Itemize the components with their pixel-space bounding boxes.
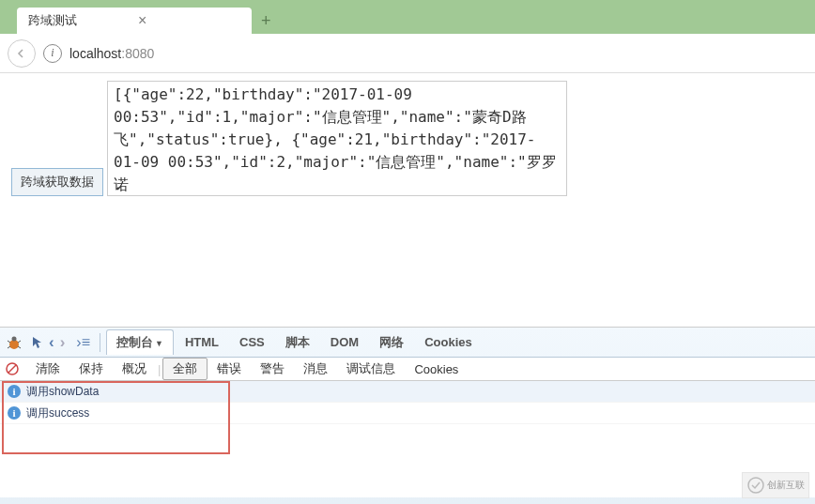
cross-origin-fetch-button[interactable]: 跨域获取数据 bbox=[11, 168, 103, 196]
console-row[interactable]: i 调用showData bbox=[0, 381, 815, 403]
subbar-profile[interactable]: 概况 bbox=[113, 359, 156, 379]
svg-line-4 bbox=[8, 346, 10, 348]
toolbar-separator: | bbox=[158, 362, 161, 376]
svg-line-3 bbox=[18, 341, 21, 343]
console-row[interactable]: i 调用success bbox=[0, 403, 815, 424]
svg-line-2 bbox=[8, 341, 10, 343]
watermark: 创新互联 bbox=[742, 472, 809, 498]
back-button[interactable] bbox=[8, 39, 36, 68]
subbar-persist[interactable]: 保持 bbox=[69, 359, 113, 379]
page-content: 跨域获取数据 [{"age":22,"birthday":"2017-01-09… bbox=[0, 73, 815, 204]
svg-point-1 bbox=[12, 336, 17, 341]
svg-point-8 bbox=[748, 478, 763, 493]
tab-dom[interactable]: DOM bbox=[321, 331, 368, 353]
console-message: 调用success bbox=[26, 405, 89, 421]
subbar-debug[interactable]: 调试信息 bbox=[337, 359, 405, 379]
svg-line-7 bbox=[8, 365, 16, 373]
console-subbar: 清除 保持 概况 | 全部 错误 警告 消息 调试信息 Cookies bbox=[0, 358, 815, 381]
new-tab-button[interactable]: + bbox=[252, 8, 281, 34]
tab-title: 跨域测试 bbox=[28, 12, 77, 29]
back-arrow-icon bbox=[16, 48, 27, 59]
tab-network[interactable]: 网络 bbox=[370, 330, 413, 355]
browser-chrome: 跨域测试 × + bbox=[0, 0, 815, 34]
info-icon: i bbox=[8, 385, 21, 398]
toolbar-separator bbox=[100, 333, 100, 352]
subbar-all[interactable]: 全部 bbox=[162, 358, 208, 380]
subbar-cookies[interactable]: Cookies bbox=[405, 360, 468, 378]
subbar-warn[interactable]: 警告 bbox=[251, 359, 294, 379]
url-port: :8080 bbox=[121, 46, 154, 61]
tab-script[interactable]: 脚本 bbox=[276, 330, 319, 355]
step-icon[interactable]: ›≡ bbox=[72, 334, 94, 351]
url-host: localhost bbox=[69, 46, 121, 61]
response-data-box[interactable]: [{"age":22,"birthday":"2017-01-09 00:53"… bbox=[107, 81, 567, 196]
tab-bar: 跨域测试 × + bbox=[0, 0, 815, 34]
devtools-panel: ‹ › ›≡ 控制台▼ HTML CSS 脚本 DOM 网络 Cookies 清… bbox=[0, 327, 815, 504]
watermark-logo-icon bbox=[747, 477, 764, 494]
info-icon: i bbox=[8, 406, 21, 420]
console-empty-area bbox=[0, 424, 815, 497]
subbar-info[interactable]: 消息 bbox=[294, 359, 337, 379]
dropdown-arrow-icon: ▼ bbox=[155, 339, 163, 348]
stop-icon[interactable] bbox=[6, 362, 19, 375]
svg-line-5 bbox=[18, 346, 21, 348]
watermark-text: 创新互联 bbox=[767, 479, 805, 492]
tab-close-icon[interactable]: × bbox=[138, 13, 146, 28]
firebug-icon[interactable] bbox=[6, 335, 23, 350]
tab-html[interactable]: HTML bbox=[176, 331, 228, 353]
tab-css[interactable]: CSS bbox=[230, 331, 274, 353]
tab-console[interactable]: 控制台▼ bbox=[106, 329, 174, 355]
devtools-toolbar: ‹ › ›≡ 控制台▼ HTML CSS 脚本 DOM 网络 Cookies bbox=[0, 328, 815, 358]
address-bar: i localhost:8080 bbox=[0, 34, 815, 73]
nav-forward-icon[interactable]: › bbox=[58, 333, 68, 352]
inspect-icon[interactable] bbox=[30, 335, 45, 350]
console-message: 调用showData bbox=[26, 384, 99, 400]
nav-back-icon[interactable]: ‹ bbox=[47, 333, 56, 352]
browser-tab-active[interactable]: 跨域测试 × bbox=[17, 8, 252, 34]
site-info-icon[interactable]: i bbox=[43, 44, 62, 63]
subbar-error[interactable]: 错误 bbox=[208, 359, 251, 379]
url-display[interactable]: localhost:8080 bbox=[69, 46, 154, 61]
tab-cookies[interactable]: Cookies bbox=[415, 331, 482, 353]
console-output: i 调用showData i 调用success bbox=[0, 381, 815, 497]
subbar-clear[interactable]: 清除 bbox=[26, 359, 69, 379]
